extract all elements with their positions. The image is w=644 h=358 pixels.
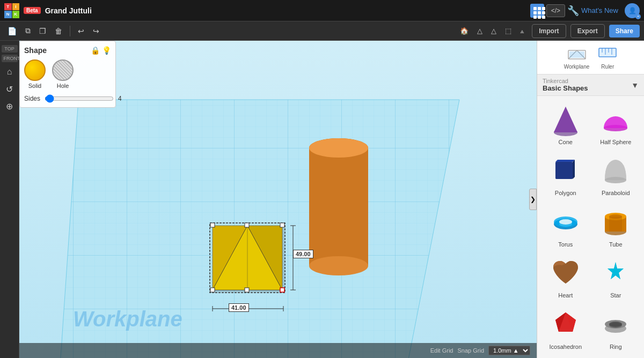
hole-label: Hole [57, 83, 69, 89]
logo-t: T [4, 3, 12, 11]
fit-view-button[interactable]: ↺ [2, 81, 17, 96]
workplane-tool-label: Workplane [564, 64, 590, 70]
export-button[interactable]: Export [570, 24, 605, 38]
view-home-button[interactable]: 🏠 [457, 25, 472, 36]
main-toolbar: 📄 ⧉ ❐ 🗑 ↩ ↪ 🏠 △ △ ⬚ ⟁ Import Export Shar… [0, 21, 644, 41]
svg-point-54 [559, 219, 572, 225]
right-panel: Workplane Ruler Tinkercad [537, 41, 644, 358]
shape-ring[interactable]: Ring [593, 306, 639, 353]
shape-type-options: Solid Hole [24, 59, 111, 89]
viewport[interactable]: 41.00 49.00 Workplane Shape 🔒 💡 Solid [19, 41, 537, 358]
solid-circle-icon [24, 59, 46, 81]
import-button[interactable]: Import [532, 24, 566, 38]
svg-marker-42 [554, 107, 577, 132]
shape-heart[interactable]: Heart [543, 255, 589, 301]
undo-button[interactable]: ↩ [75, 25, 87, 38]
view-front-label[interactable]: FRONT [2, 55, 18, 62]
user-avatar: 👤 + [625, 3, 640, 18]
ring-label: Ring [610, 344, 622, 350]
toolbar-separator-1 [70, 26, 70, 36]
shape-torus[interactable]: Torus [543, 204, 589, 250]
sides-slider[interactable] [45, 94, 114, 103]
workplane-tool[interactable]: Workplane [564, 45, 590, 70]
main-area: TOP FRONT ⌂ ↺ ⊕ [0, 41, 644, 358]
redo-button[interactable]: ↪ [90, 25, 103, 38]
view-mirror-button[interactable]: ⬚ [502, 25, 515, 36]
project-name[interactable]: Grand Juttuli [45, 6, 530, 15]
view-perspective-button[interactable]: ⟁ [517, 25, 528, 36]
snap-grid-label: Snap Grid [457, 347, 484, 354]
svg-rect-59 [609, 217, 622, 232]
shape-panel-light-button[interactable]: 💡 [102, 46, 111, 55]
shape-cone[interactable]: Cone [543, 101, 589, 148]
tools-button[interactable]: 🔧 [567, 5, 579, 17]
icosahedron-label: Icosahedron [549, 344, 582, 350]
view-controls: 🏠 △ △ ⬚ ⟁ [457, 25, 528, 36]
shape-panel-title: Shape [24, 46, 47, 55]
svg-rect-23 [280, 288, 284, 292]
share-button[interactable]: Share [609, 25, 640, 38]
solid-option[interactable]: Solid [24, 59, 46, 89]
apps-grid-button[interactable] [530, 4, 544, 18]
whats-new-button[interactable]: What's New [581, 6, 618, 14]
svg-point-50 [605, 177, 626, 183]
shape-polygon[interactable]: Polygon [543, 152, 589, 199]
shape-tube[interactable]: Tube [593, 204, 639, 250]
view-top-button[interactable]: △ [474, 25, 486, 36]
svg-rect-21 [210, 288, 215, 292]
ruler-tool[interactable]: Ruler [598, 45, 617, 70]
torus-icon [548, 206, 583, 240]
hole-option[interactable]: Hole [52, 59, 74, 89]
sides-row: Sides 4 [24, 94, 111, 103]
right-top-tools: Workplane Ruler [537, 41, 644, 74]
top-icons: </> 🔧 What's New 👤 + [530, 3, 640, 18]
svg-rect-46 [555, 162, 573, 179]
ring-icon [598, 308, 633, 342]
shape-panel-controls: 🔒 💡 [91, 46, 111, 55]
polygon-label: Polygon [555, 190, 576, 196]
topbar: T I N K Beta Grand Juttuli </> 🔧 What's … [0, 0, 644, 21]
shape-panel-lock-button[interactable]: 🔒 [91, 46, 100, 55]
paraboloid-icon [598, 154, 633, 189]
svg-rect-19 [280, 223, 284, 227]
logo-k: K [12, 11, 20, 18]
edit-grid-label[interactable]: Edit Grid [430, 347, 453, 354]
shapes-category-label: Basic Shapes [543, 84, 588, 92]
half-sphere-icon [598, 103, 633, 138]
svg-point-5 [309, 256, 368, 275]
view-top-label[interactable]: TOP [2, 45, 18, 53]
user-account-button[interactable]: 👤 + [625, 3, 640, 18]
shape-half-sphere[interactable]: Half Sphere [593, 101, 639, 148]
shapes-source-label: Tinkercad [543, 78, 588, 84]
delete-button[interactable]: 🗑 [52, 25, 65, 38]
tube-icon [598, 206, 633, 240]
star-label: Star [610, 292, 621, 299]
svg-point-67 [609, 323, 622, 328]
shape-star[interactable]: Star [593, 255, 639, 301]
icosahedron-icon [548, 308, 583, 342]
ruler-icon [598, 45, 617, 63]
view-front-button[interactable]: △ [488, 25, 500, 36]
shape-paraboloid[interactable]: Paraboloid [593, 152, 639, 199]
width-dimension: 41.00 [229, 303, 249, 312]
zoom-button[interactable]: ⊕ [2, 99, 17, 114]
solid-label: Solid [28, 83, 41, 89]
code-editor-button[interactable]: </> [546, 4, 565, 17]
paraboloid-label: Paraboloid [602, 190, 630, 196]
duplicate-button[interactable]: ❐ [36, 25, 49, 38]
svg-marker-48 [573, 160, 575, 179]
new-design-button[interactable]: 📄 [4, 25, 20, 38]
shapes-header: Tinkercad Basic Shapes ▼ [537, 74, 644, 96]
cone-label: Cone [559, 139, 573, 145]
snap-grid-select[interactable]: 1.0mm ▲ 0.5mm 2.0mm 5.0mm [488, 346, 530, 355]
cone-icon [548, 103, 583, 138]
ruler-tool-label: Ruler [601, 64, 614, 70]
copy-button[interactable]: ⧉ [22, 24, 34, 38]
heart-label: Heart [558, 292, 573, 299]
shape-icosahedron[interactable]: Icosahedron [543, 306, 589, 353]
home-view-button[interactable]: ⌂ [2, 64, 17, 79]
shapes-dropdown-button[interactable]: ▼ [631, 81, 639, 89]
shapes-source-category: Tinkercad Basic Shapes [543, 78, 588, 92]
logo-i: I [12, 3, 20, 11]
panel-collapse-button[interactable]: ❯ [529, 189, 537, 210]
